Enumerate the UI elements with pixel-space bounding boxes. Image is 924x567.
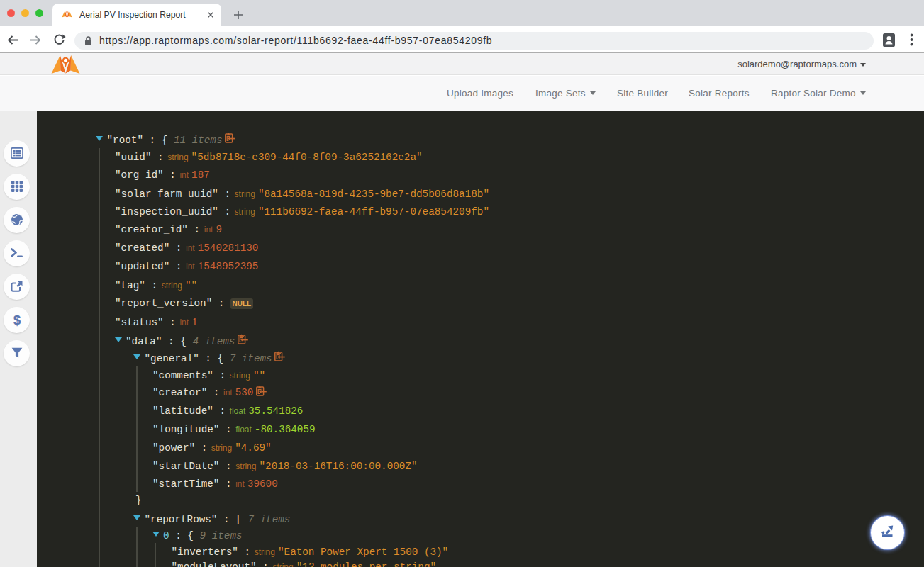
svg-text:$: $ [13,313,21,327]
